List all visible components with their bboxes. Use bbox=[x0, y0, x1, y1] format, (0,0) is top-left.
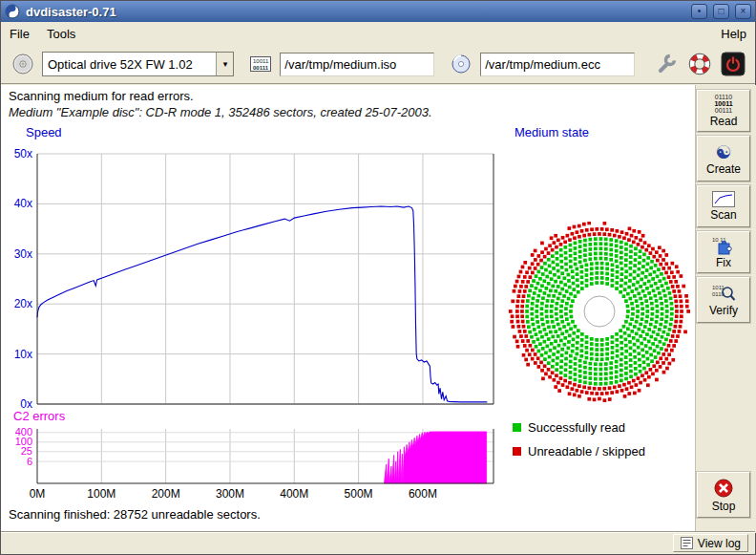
image-file-input[interactable] bbox=[280, 53, 434, 76]
svg-text:10x: 10x bbox=[14, 348, 32, 361]
help-button[interactable] bbox=[685, 50, 714, 78]
combo-arrow[interactable]: ▾ bbox=[216, 53, 233, 75]
window-title: dvdisaster-0.71 bbox=[26, 5, 685, 19]
status-line-2: Medium "Example disc": CD-R mode 1, 3524… bbox=[9, 105, 432, 119]
legend-read-swatch bbox=[513, 423, 521, 432]
svg-text:40x: 40x bbox=[14, 197, 32, 210]
stop-button[interactable]: Stop bbox=[697, 472, 750, 518]
create-label: Create bbox=[706, 162, 741, 176]
legend-unreadable-swatch bbox=[513, 447, 521, 456]
magnifier-verify-icon: 10110110 bbox=[711, 283, 736, 303]
power-icon bbox=[721, 52, 746, 76]
status-line-1: Scanning medium for read errors. bbox=[9, 89, 194, 103]
app-icon bbox=[5, 4, 20, 19]
titlebar: dvdisaster-0.71 • □ × bbox=[1, 1, 755, 22]
ecc-file-input[interactable] bbox=[480, 53, 635, 76]
log-icon bbox=[681, 537, 693, 549]
medium-state-disc bbox=[508, 222, 691, 405]
svg-text:500M: 500M bbox=[345, 487, 373, 501]
maximize-button[interactable]: □ bbox=[713, 4, 729, 19]
scan-result-status: Scanning finished: 28752 unreadable sect… bbox=[9, 507, 261, 522]
minimize-button[interactable]: • bbox=[691, 4, 707, 19]
read-label: Read bbox=[710, 115, 738, 128]
speed-chart-title: Speed bbox=[26, 125, 62, 139]
speed-and-c2-charts: 50x40x30x20x10x0x0M100M200M300M400M500M6… bbox=[7, 140, 503, 509]
toolbar: Optical drive 52X FW 1.02 ▾ 1001100111 bbox=[1, 45, 755, 84]
svg-text:30x: 30x bbox=[14, 247, 32, 261]
fix-label: Fix bbox=[716, 256, 731, 269]
stop-label: Stop bbox=[712, 500, 736, 513]
close-button[interactable]: × bbox=[735, 4, 751, 19]
scan-label: Scan bbox=[710, 208, 736, 222]
svg-text:400M: 400M bbox=[280, 487, 308, 501]
yinyang-create-icon: ☯ bbox=[715, 142, 731, 161]
svg-text:00111: 00111 bbox=[253, 65, 269, 71]
verify-label: Verify bbox=[709, 304, 738, 317]
fix-button[interactable]: 10 11 Fix bbox=[697, 231, 750, 273]
legend-read-label: Successfully read bbox=[528, 420, 625, 435]
legend-unreadable-label: Unreadable / skipped bbox=[528, 444, 645, 459]
menubar: File Tools Help bbox=[1, 22, 755, 45]
svg-text:50x: 50x bbox=[14, 147, 32, 160]
svg-text:10011: 10011 bbox=[253, 58, 269, 64]
optical-drive-icon bbox=[10, 52, 35, 76]
verify-button[interactable]: 10110110 Verify bbox=[697, 277, 750, 323]
statusbar: View log bbox=[1, 531, 755, 554]
chevron-down-icon: ▾ bbox=[223, 59, 228, 69]
read-button[interactable]: 01110 10011 00111 Read bbox=[697, 90, 750, 132]
svg-text:100M: 100M bbox=[87, 487, 116, 501]
svg-text:20x: 20x bbox=[14, 297, 32, 310]
drive-selector-value: Optical drive 52X FW 1.02 bbox=[43, 53, 216, 75]
menu-help[interactable]: Help bbox=[721, 27, 746, 41]
medium-state-title: Medium state bbox=[514, 125, 589, 139]
drive-select-button[interactable] bbox=[9, 50, 37, 78]
ecc-file-button[interactable] bbox=[447, 50, 475, 78]
image-file-button[interactable]: 1001100111 bbox=[246, 50, 275, 78]
wrench-icon bbox=[654, 52, 679, 76]
legend-unreadable: Unreadable / skipped bbox=[513, 444, 645, 459]
menu-file[interactable]: File bbox=[10, 27, 30, 41]
app-window: dvdisaster-0.71 • □ × File Tools Help Op… bbox=[0, 0, 756, 555]
ecc-file-icon bbox=[450, 53, 472, 75]
svg-text:0M: 0M bbox=[30, 487, 46, 501]
svg-text:6: 6 bbox=[27, 456, 32, 467]
view-log-label: View log bbox=[698, 537, 741, 550]
drive-selector[interactable]: Optical drive 52X FW 1.02 ▾ bbox=[42, 52, 234, 76]
view-log-button[interactable]: View log bbox=[673, 534, 748, 552]
svg-text:300M: 300M bbox=[216, 487, 244, 501]
binary-read-icon: 01110 10011 00111 bbox=[714, 94, 732, 114]
svg-text:600M: 600M bbox=[409, 487, 437, 501]
image-file-icon: 1001100111 bbox=[249, 53, 272, 75]
svg-text:200M: 200M bbox=[152, 487, 180, 501]
stop-icon bbox=[713, 478, 734, 499]
puzzle-fix-icon: 10 11 bbox=[711, 236, 736, 255]
menu-tools[interactable]: Tools bbox=[47, 27, 75, 41]
scan-button[interactable]: Scan bbox=[697, 185, 750, 227]
svg-text:0x: 0x bbox=[20, 397, 32, 411]
lifebelt-help-icon bbox=[687, 52, 712, 76]
preferences-button[interactable] bbox=[652, 50, 681, 78]
scan-chart-icon bbox=[712, 191, 735, 207]
legend-read: Successfully read bbox=[513, 420, 625, 435]
create-button[interactable]: ☯ Create bbox=[697, 136, 750, 181]
quit-button[interactable] bbox=[719, 50, 747, 78]
